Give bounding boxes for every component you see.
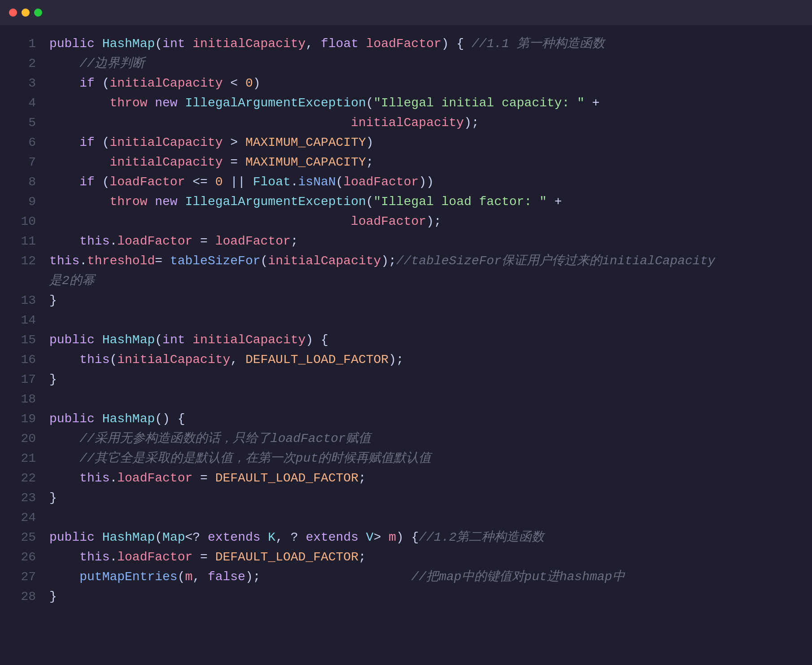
code-line-2: 2 //边界判断: [0, 54, 812, 74]
line-number-15: 15: [13, 330, 36, 350]
line-number-19: 19: [13, 409, 36, 429]
line-content-1: public HashMap(int initialCapacity, floa…: [49, 34, 799, 54]
code-line-19: 19 public HashMap() {: [0, 409, 812, 429]
line-content-13: }: [49, 291, 799, 311]
code-line-12: 12 this.threshold= tableSizeFor(initialC…: [0, 251, 812, 291]
line-content-27: putMapEntries(m, false); //把map中的键值对put进…: [49, 567, 799, 587]
line-number-3: 3: [13, 74, 36, 93]
close-button[interactable]: [9, 9, 17, 17]
code-line-20: 20 //采用无参构造函数的话，只给了loadFactor赋值: [0, 429, 812, 449]
code-container: 1 public HashMap(int initialCapacity, fl…: [0, 25, 812, 665]
line-content-22: this.loadFactor = DEFAULT_LOAD_FACTOR;: [49, 468, 799, 488]
code-line-25: 25 public HashMap(Map<? extends K, ? ext…: [0, 528, 812, 547]
line-number-24: 24: [13, 508, 36, 528]
code-line-23: 23 }: [0, 488, 812, 508]
code-line-28: 28 }: [0, 587, 812, 607]
line-number-26: 26: [13, 547, 36, 567]
line-number-22: 22: [13, 468, 36, 488]
code-line-21: 21 //其它全是采取的是默认值，在第一次put的时候再赋值默认值: [0, 449, 812, 468]
line-content-15: public HashMap(int initialCapacity) {: [49, 330, 799, 350]
line-number-14: 14: [13, 311, 36, 330]
traffic-lights: [9, 9, 42, 17]
line-number-2: 2: [13, 54, 36, 74]
line-content-11: this.loadFactor = loadFactor;: [49, 232, 799, 251]
line-content-7: initialCapacity = MAXIMUM_CAPACITY;: [49, 153, 799, 172]
line-content-12-cont: 是2的幂: [13, 271, 799, 291]
title-bar: [0, 0, 812, 25]
line-number-27: 27: [13, 567, 36, 587]
code-line-9: 9 throw new IllegalArgumentException("Il…: [0, 192, 812, 212]
code-line-17: 17 }: [0, 370, 812, 389]
code-line-7: 7 initialCapacity = MAXIMUM_CAPACITY;: [0, 153, 812, 172]
code-line-13: 13 }: [0, 291, 812, 311]
code-line-15: 15 public HashMap(int initialCapacity) {: [0, 330, 812, 350]
line-content-4: throw new IllegalArgumentException("Ille…: [49, 93, 799, 113]
line-number-28: 28: [13, 587, 36, 607]
code-line-26: 26 this.loadFactor = DEFAULT_LOAD_FACTOR…: [0, 547, 812, 567]
code-line-10: 10 loadFactor);: [0, 212, 812, 232]
line-number-18: 18: [13, 389, 36, 409]
line-number-7: 7: [13, 153, 36, 172]
line-number-4: 4: [13, 93, 36, 113]
code-line-24: 24: [0, 508, 812, 528]
line-number-21: 21: [13, 449, 36, 468]
line-number-1: 1: [13, 34, 36, 54]
line-content-8: if (loadFactor <= 0 || Float.isNaN(loadF…: [49, 172, 799, 192]
line-content-3: if (initialCapacity < 0): [49, 74, 799, 93]
code-line-5: 5 initialCapacity);: [0, 113, 812, 133]
line-number-10: 10: [13, 212, 36, 232]
maximize-button[interactable]: [34, 9, 42, 17]
line-number-13: 13: [13, 291, 36, 311]
line-number-16: 16: [13, 350, 36, 370]
line-content-17: }: [49, 370, 799, 389]
line-number-11: 11: [13, 232, 36, 251]
line-content-23: }: [49, 488, 799, 508]
line-content-2: //边界判断: [49, 54, 799, 74]
line-content-5: initialCapacity);: [49, 113, 799, 133]
code-line-6: 6 if (initialCapacity > MAXIMUM_CAPACITY…: [0, 133, 812, 153]
line-number-5: 5: [13, 113, 36, 133]
line-content-26: this.loadFactor = DEFAULT_LOAD_FACTOR;: [49, 547, 799, 567]
line-content-19: public HashMap() {: [49, 409, 799, 429]
minimize-button[interactable]: [22, 9, 30, 17]
code-line-1: 1 public HashMap(int initialCapacity, fl…: [0, 34, 812, 54]
line-content-9: throw new IllegalArgumentException("Ille…: [49, 192, 799, 212]
line-content-10: loadFactor);: [49, 212, 799, 232]
line-content-28: }: [49, 587, 799, 607]
code-line-22: 22 this.loadFactor = DEFAULT_LOAD_FACTOR…: [0, 468, 812, 488]
line-number-23: 23: [13, 488, 36, 508]
line-content-6: if (initialCapacity > MAXIMUM_CAPACITY): [49, 133, 799, 153]
line-content-16: this(initialCapacity, DEFAULT_LOAD_FACTO…: [49, 350, 799, 370]
line-content-25: public HashMap(Map<? extends K, ? extend…: [49, 528, 799, 547]
code-line-3: 3 if (initialCapacity < 0): [0, 74, 812, 93]
line-number-17: 17: [13, 370, 36, 389]
code-line-18: 18: [0, 389, 812, 409]
code-line-27: 27 putMapEntries(m, false); //把map中的键值对p…: [0, 567, 812, 587]
code-line-8: 8 if (loadFactor <= 0 || Float.isNaN(loa…: [0, 172, 812, 192]
code-line-11: 11 this.loadFactor = loadFactor;: [0, 232, 812, 251]
line-content-12: this.threshold= tableSizeFor(initialCapa…: [49, 251, 799, 271]
line-content-21: //其它全是采取的是默认值，在第一次put的时候再赋值默认值: [49, 449, 799, 468]
line-number-25: 25: [13, 528, 36, 547]
line-number-12: 12: [13, 251, 36, 271]
line-number-9: 9: [13, 192, 36, 212]
code-line-16: 16 this(initialCapacity, DEFAULT_LOAD_FA…: [0, 350, 812, 370]
line-number-6: 6: [13, 133, 36, 153]
code-line-4: 4 throw new IllegalArgumentException("Il…: [0, 93, 812, 113]
line-number-20: 20: [13, 429, 36, 449]
line-number-8: 8: [13, 172, 36, 192]
line-content-20: //采用无参构造函数的话，只给了loadFactor赋值: [49, 429, 799, 449]
code-line-14: 14: [0, 311, 812, 330]
